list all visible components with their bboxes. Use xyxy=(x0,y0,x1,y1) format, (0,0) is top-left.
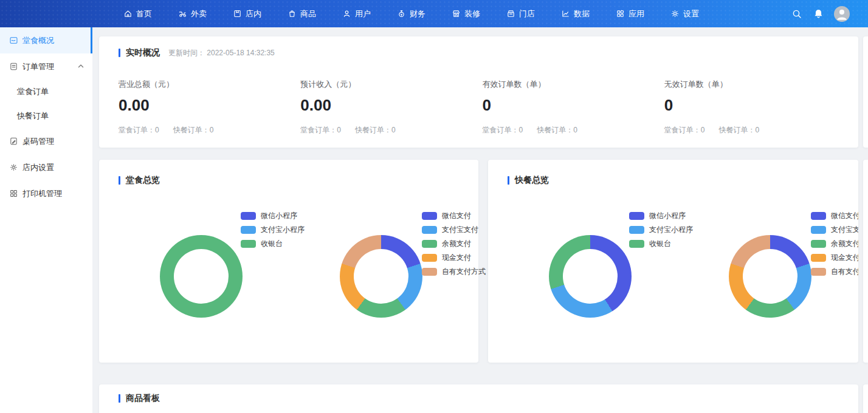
legend-swatch xyxy=(811,212,826,220)
nav-label: 外卖 xyxy=(191,9,207,19)
stat-value: 0.00 xyxy=(119,97,300,113)
legend-item[interactable]: 微信小程序 xyxy=(629,211,693,221)
chevron-up-icon[interactable] xyxy=(78,62,84,71)
nav-item-store[interactable]: 门店 xyxy=(506,9,535,19)
nav-label: 用户 xyxy=(355,9,371,19)
nav-label: 设置 xyxy=(683,9,699,19)
legend-item[interactable]: 支付宝小程序 xyxy=(241,225,305,235)
legend-swatch xyxy=(241,240,256,248)
user-icon xyxy=(342,9,351,18)
notification-bell-icon[interactable] xyxy=(813,9,824,19)
legend-swatch xyxy=(422,240,437,248)
update-time: 更新时间： 2022-05-18 14:32:35 xyxy=(168,48,275,58)
legend-swatch xyxy=(422,268,437,276)
user-avatar[interactable] xyxy=(834,6,850,22)
title-accent-bar xyxy=(508,176,509,185)
stat-expected-income: 预计收入（元） 0.00 堂食订单：0 快餐订单：0 xyxy=(300,79,482,135)
legend-label: 收银台 xyxy=(649,239,671,249)
nav-item-home[interactable]: 首页 xyxy=(123,9,152,19)
sidebar-item-label: 堂食订单 xyxy=(17,86,49,97)
grid-icon xyxy=(9,189,18,198)
donut-chart-dinein-source xyxy=(160,235,243,318)
section-title-products: 商品看板 xyxy=(119,393,160,404)
section-title-dinein: 堂食总览 xyxy=(119,175,160,186)
document-icon xyxy=(9,62,18,71)
legend-item[interactable]: 支付宝小程序 xyxy=(629,225,693,235)
legend-label: 微信小程序 xyxy=(649,211,686,221)
chart-legend: 微信支付支付宝支付余额支付现金支付自有支付方式 xyxy=(811,211,858,277)
legend-item[interactable]: 余额支付 xyxy=(422,239,486,249)
nav-item-takeout[interactable]: 外卖 xyxy=(178,9,207,19)
legend-label: 微信小程序 xyxy=(261,211,297,221)
sidebar-item-table-code[interactable]: 桌码管理 xyxy=(0,128,92,154)
nav-item-goods[interactable]: 商品 xyxy=(288,9,316,19)
legend-item[interactable]: 支付宝支付 xyxy=(811,225,858,235)
main-nav: 首页 外卖 店内 商品 用户 财务 装修 门店 xyxy=(123,9,699,19)
legend-label: 收银台 xyxy=(261,239,283,249)
section-title-text: 实时概况 xyxy=(126,47,160,58)
legend-item[interactable]: 支付宝支付 xyxy=(422,225,486,235)
legend-label: 自有支付方式 xyxy=(831,267,858,277)
nav-label: 店内 xyxy=(246,9,261,19)
sidebar-item-label: 堂食概况 xyxy=(22,35,54,46)
stat-valid-orders: 有效订单数（单） 0 堂食订单：0 快餐订单：0 xyxy=(483,79,664,135)
legend-label: 微信支付 xyxy=(831,211,858,221)
nav-item-decorate[interactable]: 装修 xyxy=(452,9,480,19)
legend-item[interactable]: 自有支付方式 xyxy=(422,267,486,277)
legend-item[interactable]: 收银台 xyxy=(241,239,305,249)
sidebar-item-label: 店内设置 xyxy=(22,162,54,173)
legend-item[interactable]: 现金支付 xyxy=(811,253,858,263)
dinein-overview-panel: 堂食总览 微信小程序支付宝小程序收银台 微信支付支付宝支付余额支付现金支付自有支… xyxy=(99,160,478,363)
sidebar-item-dinein-orders[interactable]: 堂食订单 xyxy=(0,80,92,104)
stat-label: 无效订单数（单） xyxy=(664,79,846,90)
legend-item[interactable]: 微信支付 xyxy=(811,211,858,221)
legend-item[interactable]: 收银台 xyxy=(629,239,693,249)
sidebar-item-label: 快餐订单 xyxy=(17,111,49,121)
nav-item-apps[interactable]: 应用 xyxy=(616,9,644,19)
search-icon[interactable] xyxy=(791,9,802,19)
nav-item-settings[interactable]: 设置 xyxy=(670,9,699,19)
nav-label: 数据 xyxy=(574,9,590,19)
nav-item-finance[interactable]: 财务 xyxy=(397,9,425,19)
instore-icon xyxy=(233,9,242,18)
chart-legend: 微信支付支付宝支付余额支付现金支付自有支付方式 xyxy=(422,211,486,277)
takeout-icon xyxy=(178,9,187,18)
store-icon xyxy=(506,9,515,18)
decorate-icon xyxy=(452,9,461,18)
stat-sub-fastfood: 快餐订单：0 xyxy=(173,125,214,135)
nav-item-data[interactable]: 数据 xyxy=(561,9,590,19)
sidebar: 堂食概况 订单管理 堂食订单 快餐订单 桌码管理 店内设置 打印机管理 xyxy=(0,27,92,413)
legend-item[interactable]: 现金支付 xyxy=(422,253,486,263)
stat-sub-dinein: 堂食订单：0 xyxy=(300,125,341,135)
stat-value: 0 xyxy=(664,97,846,113)
sidebar-item-store-settings[interactable]: 店内设置 xyxy=(0,154,92,180)
legend-swatch xyxy=(422,226,437,234)
sidebar-item-dinein-overview[interactable]: 堂食概况 xyxy=(0,27,92,53)
nav-label: 门店 xyxy=(519,9,535,19)
stat-sub-fastfood: 快餐订单：0 xyxy=(718,125,759,135)
legend-item[interactable]: 余额支付 xyxy=(811,239,858,249)
legend-item[interactable]: 微信小程序 xyxy=(241,211,305,221)
sidebar-item-printer-management[interactable]: 打印机管理 xyxy=(0,180,92,206)
nav-label: 财务 xyxy=(410,9,425,19)
nav-item-instore[interactable]: 店内 xyxy=(233,9,261,19)
stat-label: 有效订单数（单） xyxy=(483,79,664,90)
home-icon xyxy=(123,9,133,18)
stat-sub-dinein: 堂食订单：0 xyxy=(119,125,159,135)
legend-item[interactable]: 自有支付方式 xyxy=(811,267,858,277)
nav-label: 首页 xyxy=(136,9,152,19)
fastfood-overview-panel: 快餐总览 微信小程序支付宝小程序收银台 微信支付支付宝支付余额支付现金支付自有支… xyxy=(488,160,858,363)
sidebar-item-fastfood-orders[interactable]: 快餐订单 xyxy=(0,104,92,128)
nav-label: 应用 xyxy=(629,9,644,19)
legend-item[interactable]: 微信支付 xyxy=(422,211,486,221)
nav-item-user[interactable]: 用户 xyxy=(342,9,371,19)
stat-sub-fastfood: 快餐订单：0 xyxy=(537,125,577,135)
chart-legend: 微信小程序支付宝小程序收银台 xyxy=(241,211,305,249)
sidebar-item-order-management[interactable]: 订单管理 xyxy=(0,53,92,80)
title-accent-bar xyxy=(119,49,120,57)
stat-total-revenue: 营业总额（元） 0.00 堂食订单：0 快餐订单：0 xyxy=(119,79,300,135)
title-accent-bar xyxy=(119,176,120,185)
legend-label: 支付宝小程序 xyxy=(261,225,305,235)
stats-row: 营业总额（元） 0.00 堂食订单：0 快餐订单：0 预计收入（元） 0.00 … xyxy=(119,79,846,135)
legend-label: 微信支付 xyxy=(442,211,471,221)
